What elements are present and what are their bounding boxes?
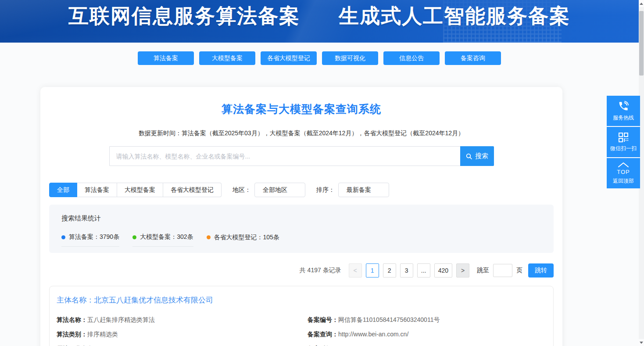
page-ellipsis-button[interactable]: ... (417, 263, 430, 278)
phone-icon (618, 101, 629, 112)
wechat-scan-label: 微信扫一扫 (610, 145, 637, 152)
nav-data-visualization[interactable]: 数据可视化 (322, 51, 378, 65)
prev-page-button[interactable]: < (349, 263, 362, 278)
stat-province-llm-registry: 各省大模型登记：105条 (207, 233, 279, 247)
search-button[interactable]: 搜索 (460, 146, 494, 166)
stat-llm-filing: 大模型备案：302条 (132, 233, 193, 247)
tab-llm-filing[interactable]: 大模型备案 (117, 183, 163, 197)
entity-name-link[interactable]: 主体名称：北京五八赶集优才信息技术有限公司 (57, 295, 546, 305)
field-value: 五八赶集排序精选类算法 (87, 316, 155, 323)
arrow-up-icon (617, 162, 630, 168)
region-filter-label: 地区： (233, 186, 251, 194)
page-unit-label: 页 (516, 267, 522, 274)
stats-row: 算法备案：3790条 大模型备案：302条 各省大模型登记：105条 (61, 233, 541, 247)
site-title-genai-filing: 生成式人工智能服务备案 (339, 3, 570, 30)
orange-dot-icon (207, 235, 211, 239)
field-label: 备案查询： (308, 331, 338, 338)
pagination: 共 4197 条记录 < 1 2 3 ... 420 > 跳至 页 跳转 (49, 263, 554, 278)
tab-all[interactable]: 全部 (49, 183, 77, 197)
stats-panel: 搜索结果统计 算法备案：3790条 大模型备案：302条 各省大模型登记：105… (49, 205, 554, 253)
stat-label: 大模型备案：302条 (140, 233, 193, 241)
algorithm-name-row: 算法名称：五八赶集排序精选类算法 (57, 317, 308, 323)
field-label: 算法名称： (57, 316, 87, 323)
header-banner: 互联网信息服务算法备案 生成式人工智能服务备案 (0, 0, 639, 43)
nav-announcements[interactable]: 信息公告 (383, 51, 440, 65)
page-button-2[interactable]: 2 (383, 263, 396, 278)
nav-llm-filing[interactable]: 大模型备案 (199, 51, 255, 65)
banner-titles: 互联网信息服务算法备案 生成式人工智能服务备案 (0, 0, 639, 30)
green-dot-icon (132, 235, 136, 239)
top-text: TOP (617, 169, 630, 175)
field-label: 算法类别： (57, 331, 87, 338)
filing-number-row: 备案编号：网信算备110105841475603240011号 (308, 317, 546, 323)
stat-algorithm-filing: 算法备案：3790条 (61, 233, 119, 247)
stats-title: 搜索结果统计 (61, 214, 541, 223)
blue-dot-icon (61, 235, 65, 239)
field-value: http://www.bei-an.com.cn/ (338, 331, 408, 338)
page-jump-input[interactable] (493, 264, 512, 277)
service-hotline-button[interactable]: 服务热线 (607, 96, 640, 126)
nav-filing-consult[interactable]: 备案咨询 (445, 51, 501, 65)
back-to-top-label: 返回顶部 (613, 177, 634, 185)
search-icon (465, 153, 472, 160)
field-label: 备案编号： (308, 316, 338, 323)
category-tabs: 全部 算法备案 大模型备案 各省大模型登记 (49, 183, 222, 197)
search-button-label: 搜索 (475, 152, 488, 160)
scrollbar-thumb[interactable] (639, 11, 644, 76)
total-records: 共 4197 条记录 (300, 267, 341, 274)
region-select[interactable]: 全部地区 (254, 183, 305, 197)
sort-select[interactable]: 最新备案 (338, 183, 389, 197)
scrollbar-up-arrow-icon[interactable] (639, 0, 644, 7)
next-page-button[interactable]: > (456, 263, 469, 278)
page-button-3[interactable]: 3 (400, 263, 413, 278)
main-nav: 算法备案 大模型备案 各省大模型登记 数据可视化 信息公告 备案咨询 (0, 51, 639, 65)
scrollbar-down-arrow-icon[interactable] (639, 339, 644, 346)
result-details-left: 算法名称：五八赶集排序精选类算法 算法类别：排序精选类 属地：北京市 (57, 317, 308, 346)
page-title: 算法备案与大模型备案查询系统 (49, 102, 554, 116)
search-bar: 搜索 (49, 146, 554, 166)
jump-button[interactable]: 跳转 (528, 263, 554, 278)
result-details-right: 备案编号：网信算备110105841475603240011号 备案查询：htt… (308, 317, 546, 346)
result-details: 算法名称：五八赶集排序精选类算法 算法类别：排序精选类 属地：北京市 备案编号：… (57, 317, 546, 346)
qrcode-icon (618, 132, 629, 143)
data-update-time: 数据更新时间：算法备案（截至2025年03月），大模型备案（截至2024年12月… (49, 130, 554, 137)
wechat-scan-button[interactable]: 微信扫一扫 (607, 127, 640, 157)
nav-algorithm-filing[interactable]: 算法备案 (138, 51, 194, 65)
filing-query-url-row: 备案查询：http://www.bei-an.com.cn/ (308, 331, 546, 337)
algorithm-category-row: 算法类别：排序精选类 (57, 331, 308, 337)
jump-to-label: 跳至 (477, 267, 489, 274)
service-hotline-label: 服务热线 (613, 114, 634, 122)
stat-label: 各省大模型登记：105条 (214, 234, 279, 241)
tab-algorithm-filing[interactable]: 算法备案 (77, 183, 117, 197)
page-button-420[interactable]: 420 (434, 263, 452, 278)
field-value: 排序精选类 (87, 331, 118, 338)
float-widget: 服务热线 微信扫一扫 TOP 返回顶部 (607, 96, 640, 189)
query-card: 算法备案与大模型备案查询系统 数据更新时间：算法备案（截至2025年03月），大… (40, 87, 562, 346)
tab-province-llm-registry[interactable]: 各省大模型登记 (163, 183, 222, 197)
sort-filter-label: 排序： (316, 186, 335, 194)
nav-province-llm-registry[interactable]: 各省大模型登记 (261, 51, 317, 65)
page: 互联网信息服务算法备案 生成式人工智能服务备案 算法备案 大模型备案 各省大模型… (0, 0, 639, 346)
back-to-top-button[interactable]: TOP 返回顶部 (607, 158, 640, 188)
field-value: 网信算备110105841475603240011号 (338, 316, 440, 323)
filter-row: 全部 算法备案 大模型备案 各省大模型登记 地区： 全部地区 排序： 最新备案 (49, 183, 554, 197)
stat-label: 算法备案：3790条 (69, 233, 119, 241)
search-input[interactable] (109, 146, 460, 166)
site-title-algorithm-filing: 互联网信息服务算法备案 (68, 3, 300, 30)
result-card: 主体名称：北京五八赶集优才信息技术有限公司 算法名称：五八赶集排序精选类算法 算… (49, 286, 554, 346)
page-button-1[interactable]: 1 (366, 263, 379, 278)
